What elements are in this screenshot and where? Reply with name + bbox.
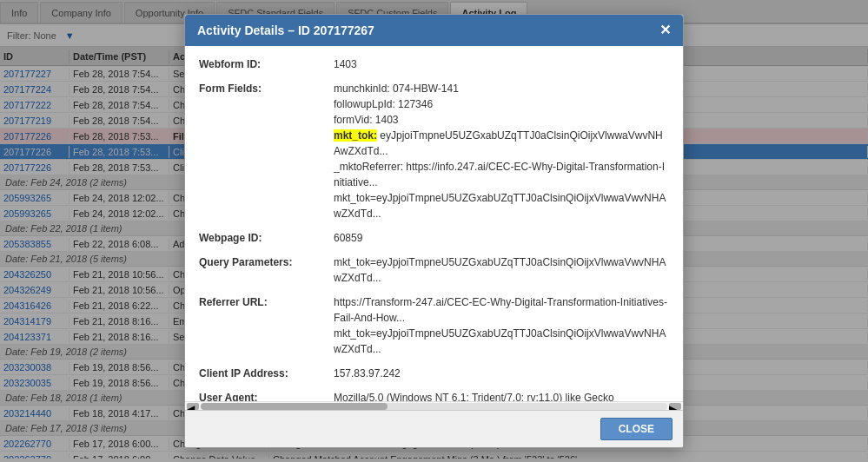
detail-row-user-agent: User Agent: Mozilla/5.0 (Windows NT 6.1;… (199, 390, 669, 401)
scrollbar-right-arrow[interactable]: ▶ (669, 403, 681, 410)
label-query-params: Query Parameters: (199, 254, 334, 268)
value-user-agent: Mozilla/5.0 (Windows NT 6.1; Trident/7.0… (334, 390, 669, 401)
modal-header: Activity Details – ID 207177267 ✕ (185, 15, 683, 46)
label-form-fields: Form Fields: (199, 81, 334, 95)
label-user-agent: User Agent: (199, 390, 334, 401)
value-webform-id: 1403 (334, 56, 669, 72)
close-button[interactable]: CLOSE (600, 418, 673, 440)
modal-close-x-button[interactable]: ✕ (659, 23, 671, 37)
value-referrer-url: https://Transform-247.ai/CEC-EC-Why-Digi… (334, 294, 669, 357)
value-query-params: mkt_tok=eyJpjoiTmpneU5UZGxabUZqTTJ0aClsi… (334, 254, 669, 286)
detail-row-form-fields: Form Fields: munchkinId: 074-HBW-141 fol… (199, 81, 669, 221)
scrollbar-thumb[interactable] (201, 403, 388, 410)
modal-overlay: Activity Details – ID 207177267 ✕ Webfor… (0, 0, 868, 462)
value-form-fields: munchkinId: 074-HBW-141 followupLpId: 12… (334, 81, 669, 221)
label-client-ip: Client IP Address: (199, 366, 334, 380)
detail-row-client-ip: Client IP Address: 157.83.97.242 (199, 366, 669, 381)
detail-row-query-params: Query Parameters: mkt_tok=eyJpjoiTmpneU5… (199, 254, 669, 286)
value-webpage-id: 60859 (334, 230, 669, 246)
label-referrer-url: Referrer URL: (199, 294, 334, 308)
detail-row-webpage-id: Webpage ID: 60859 (199, 230, 669, 246)
detail-row-webform-id: Webform ID: 1403 (199, 56, 669, 72)
label-webform-id: Webform ID: (199, 56, 334, 70)
value-client-ip: 157.83.97.242 (334, 366, 669, 381)
modal-horizontal-scrollbar[interactable]: ◀ ▶ (185, 401, 683, 410)
label-webpage-id: Webpage ID: (199, 230, 334, 244)
activity-details-modal: Activity Details – ID 207177267 ✕ Webfor… (184, 14, 684, 448)
modal-footer: CLOSE (185, 410, 683, 447)
detail-row-referrer-url: Referrer URL: https://Transform-247.ai/C… (199, 294, 669, 357)
modal-title: Activity Details – ID 207177267 (197, 23, 374, 37)
mkt-tok-highlight: mkt_tok: (334, 129, 377, 142)
modal-body: Webform ID: 1403 Form Fields: munchkinId… (185, 46, 683, 401)
scrollbar-left-arrow[interactable]: ◀ (187, 403, 199, 410)
scrollbar-track[interactable] (201, 403, 667, 410)
